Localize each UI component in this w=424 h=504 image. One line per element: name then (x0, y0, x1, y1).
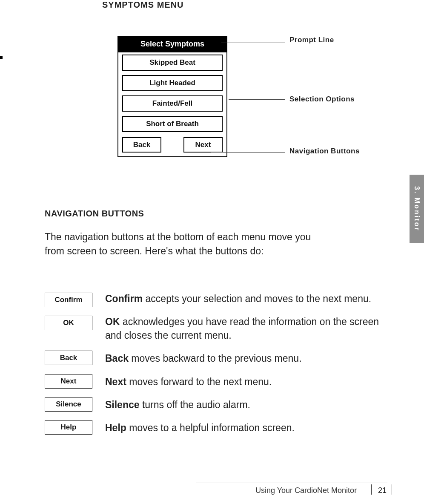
def-text-confirm: Confirm accepts your selection and moves… (105, 292, 371, 305)
callout-navigation-buttons: Navigation Buttons (289, 147, 360, 156)
option-light-headed[interactable]: Light Headed (123, 75, 222, 91)
section-title-symptoms-menu: SYMPTOMS MENU (102, 0, 184, 10)
def-row-ok: OK OK acknowledges you have read the inf… (45, 315, 385, 342)
selection-options-list: Skipped Beat Light Headed Fainted/Fell S… (118, 52, 226, 132)
option-fainted-fell[interactable]: Fainted/Fell (123, 96, 222, 111)
leader-line (229, 99, 285, 100)
button-definitions: Confirm Confirm accepts your selection a… (45, 292, 385, 442)
footer-rule (196, 483, 387, 483)
page-footer: Using Your CardioNet Monitor 21 (0, 483, 424, 496)
silence-button-sample: Silence (45, 397, 92, 412)
next-button-sample: Next (45, 374, 92, 389)
def-text-back: Back moves backward to the previous menu… (105, 350, 302, 365)
callout-selection-options: Selection Options (289, 95, 355, 104)
device-screen-mock: Select Symptoms Skipped Beat Light Heade… (117, 36, 229, 157)
def-text-silence: Silence turns off the audio alarm. (105, 396, 250, 412)
chapter-tab: 3. Monitor (410, 175, 424, 243)
option-skipped-beat[interactable]: Skipped Beat (123, 55, 222, 70)
def-text-next: Next moves forward to the next menu. (105, 373, 272, 389)
prompt-line: Select Symptoms (118, 37, 226, 52)
help-button-sample: Help (45, 420, 92, 435)
option-short-of-breath[interactable]: Short of Breath (123, 116, 222, 132)
leader-line (221, 43, 285, 43)
ok-button-sample: OK (45, 316, 92, 330)
back-button[interactable]: Back (123, 138, 161, 152)
def-row-confirm: Confirm Confirm accepts your selection a… (45, 292, 385, 307)
leader-line (211, 152, 285, 153)
def-row-silence: Silence Silence turns off the audio alar… (45, 396, 385, 412)
device-frame: Select Symptoms Skipped Beat Light Heade… (117, 36, 227, 157)
back-button-sample: Back (45, 351, 92, 365)
def-row-next: Next Next moves forward to the next menu… (45, 373, 385, 389)
footer-divider (392, 484, 392, 495)
section-title-navigation-buttons: NAVIGATION BUTTONS (45, 209, 144, 219)
page-edge-mark (0, 56, 3, 59)
intro-paragraph: The navigation buttons at the bottom of … (45, 230, 317, 259)
confirm-button-sample: Confirm (45, 293, 92, 307)
page-number: 21 (378, 486, 387, 495)
navigation-buttons-row: Back Next (118, 137, 226, 156)
footer-divider (371, 484, 372, 495)
def-text-help: Help moves to a helpful information scre… (105, 419, 295, 435)
callout-prompt-line: Prompt Line (289, 36, 334, 44)
footer-title: Using Your CardioNet Monitor (255, 486, 357, 495)
def-row-back: Back Back moves backward to the previous… (45, 350, 385, 365)
def-row-help: Help Help moves to a helpful information… (45, 419, 385, 435)
next-button[interactable]: Next (184, 138, 222, 152)
def-text-ok: OK acknowledges you have read the inform… (105, 315, 385, 342)
